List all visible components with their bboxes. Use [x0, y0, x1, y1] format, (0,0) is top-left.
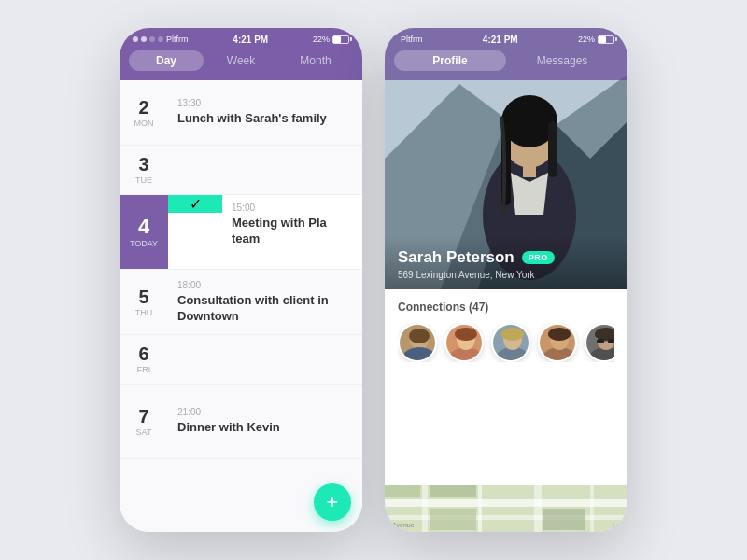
- svg-rect-10: [548, 121, 557, 177]
- profile-hero-image: Pltfrm 4:21 PM 22% Profile Messages: [385, 28, 627, 289]
- svg-point-18: [455, 328, 477, 341]
- signal-dot-1: [133, 36, 138, 42]
- event-col-tue: [168, 146, 362, 194]
- day-col-5: 5 Thu: [120, 270, 168, 334]
- event-col-today: 15:00 Meeting with Pla team: [222, 195, 362, 269]
- day-name-today: Today: [130, 239, 158, 248]
- tab-day[interactable]: Day: [129, 50, 204, 71]
- event-title-consult[interactable]: Consultation with client in Downtown: [177, 293, 353, 325]
- svg-rect-40: [590, 485, 594, 532]
- svg-rect-38: [478, 485, 482, 532]
- battery-icon: [332, 35, 349, 44]
- avatar-5[interactable]: [585, 323, 614, 362]
- calendar-nav-tabs: Day Week Month: [120, 50, 362, 80]
- profile-time: 4:21 PM: [483, 35, 518, 45]
- calendar-phone: Pltfrm 4:21 PM 22% Day Week Month 2 Mon …: [120, 28, 362, 532]
- day-name-tue: Tue: [135, 175, 152, 185]
- profile-nav-tabs: Profile Messages: [385, 50, 627, 80]
- avatar-1[interactable]: [398, 323, 437, 362]
- signal-dot-2: [141, 36, 147, 42]
- signal-dots: [133, 36, 163, 42]
- avatar-2[interactable]: [444, 323, 484, 362]
- day-number-6: 6: [138, 344, 148, 363]
- connections-title: Connections (47): [398, 301, 614, 314]
- tab-profile[interactable]: Profile: [394, 50, 506, 71]
- avatars-row: [398, 323, 614, 362]
- battery-area: 22%: [313, 35, 349, 44]
- calendar-row-fri: 6 Fri: [120, 335, 362, 385]
- event-title-lunch[interactable]: Lunch with Sarah's family: [177, 111, 353, 127]
- map-attribution: Lat: [613, 522, 622, 528]
- tab-month[interactable]: Month: [278, 50, 353, 71]
- svg-rect-39: [534, 485, 542, 532]
- calendar-content: 2 Mon 13:30 Lunch with Sarah's family 3 …: [120, 80, 362, 532]
- event-col-mon: 13:30 Lunch with Sarah's family: [168, 80, 362, 145]
- profile-name-overlay: Sarah Peterson PRO 569 Lexington Avenue,…: [385, 235, 627, 289]
- map-street-label: Avenue: [392, 522, 415, 528]
- svg-rect-42: [430, 485, 476, 497]
- battery-percent: 22%: [313, 35, 330, 44]
- day-col-7: 7 Sat: [120, 385, 168, 458]
- tab-messages[interactable]: Messages: [506, 50, 618, 71]
- svg-rect-37: [422, 485, 428, 532]
- day-number-today: 4: [138, 217, 149, 237]
- calendar-row-thu: 5 Thu 18:00 Consultation with client in …: [120, 270, 362, 335]
- day-number-3: 3: [138, 155, 148, 174]
- status-bar-calendar: Pltfrm 4:21 PM 22%: [120, 28, 362, 50]
- event-time-lunch: 13:30: [177, 98, 353, 108]
- pro-badge: PRO: [522, 251, 555, 264]
- event-time-dinner: 21:00: [177, 407, 353, 417]
- svg-rect-43: [430, 509, 476, 530]
- svg-rect-41: [385, 485, 420, 497]
- profile-address: 569 Lexington Avenue, New York: [398, 270, 614, 280]
- calendar-row-mon: 2 Mon 13:30 Lunch with Sarah's family: [120, 80, 362, 146]
- event-col-sat: 21:00 Dinner with Kevin: [168, 385, 362, 458]
- svg-rect-32: [608, 339, 614, 343]
- event-title-meeting[interactable]: Meeting with Pla team: [232, 216, 353, 247]
- signal-dot-3: [149, 36, 155, 42]
- day-number-2: 2: [138, 98, 148, 117]
- time-display: 4:21 PM: [233, 35, 268, 45]
- event-time-meeting: 15:00: [232, 203, 353, 213]
- calendar-row-tue: 3 Tue: [120, 146, 362, 195]
- svg-point-22: [501, 328, 524, 341]
- day-number-5: 5: [138, 287, 148, 306]
- event-title-dinner[interactable]: Dinner with Kevin: [177, 420, 353, 436]
- avatar-svg-3: [493, 325, 530, 362]
- calendar-row-today: 4 Today ✓ 15:00 Meeting with Pla team: [120, 195, 362, 270]
- profile-name: Sarah Peterson: [398, 248, 514, 267]
- add-event-fab[interactable]: +: [314, 483, 351, 521]
- battery-fill: [333, 36, 341, 43]
- signal-dot-4: [158, 36, 163, 42]
- avatar-3[interactable]: [491, 323, 530, 362]
- day-name-sat: Sat: [136, 427, 152, 437]
- day-col-2: 2 Mon: [120, 80, 168, 145]
- day-col-6: 6 Fri: [120, 335, 168, 384]
- connections-section: Connections (47): [385, 289, 627, 485]
- tab-week[interactable]: Week: [204, 50, 278, 71]
- svg-rect-44: [543, 509, 585, 530]
- map-snippet: Avenue Lat: [385, 485, 627, 532]
- event-time-consult: 18:00: [177, 280, 353, 290]
- map-svg: [385, 485, 627, 532]
- profile-battery-pct: 22%: [578, 35, 595, 44]
- calendar-row-sat: 7 Sat 21:00 Dinner with Kevin: [120, 385, 362, 459]
- day-name-mon: Mon: [134, 119, 154, 128]
- check-icon: ✓: [190, 195, 202, 213]
- svg-point-26: [548, 328, 571, 341]
- profile-phone: Pltfrm 4:21 PM 22% Profile Messages: [385, 28, 627, 532]
- avatar-svg-5: [586, 325, 614, 362]
- event-col-fri: [168, 335, 362, 384]
- carrier-label: Pltfrm: [166, 35, 189, 44]
- day-name-thu: Thu: [135, 308, 153, 317]
- svg-rect-31: [597, 339, 604, 343]
- profile-battery-area: 22%: [578, 35, 614, 44]
- profile-name-row: Sarah Peterson PRO: [398, 248, 614, 267]
- avatar-svg-4: [540, 325, 577, 362]
- avatar-svg-2: [446, 325, 484, 362]
- svg-point-13: [409, 329, 430, 343]
- day-col-today: 4 Today: [120, 195, 168, 269]
- day-name-fri: Fri: [137, 365, 151, 374]
- avatar-4[interactable]: [538, 323, 577, 362]
- profile-battery-icon: [598, 35, 614, 44]
